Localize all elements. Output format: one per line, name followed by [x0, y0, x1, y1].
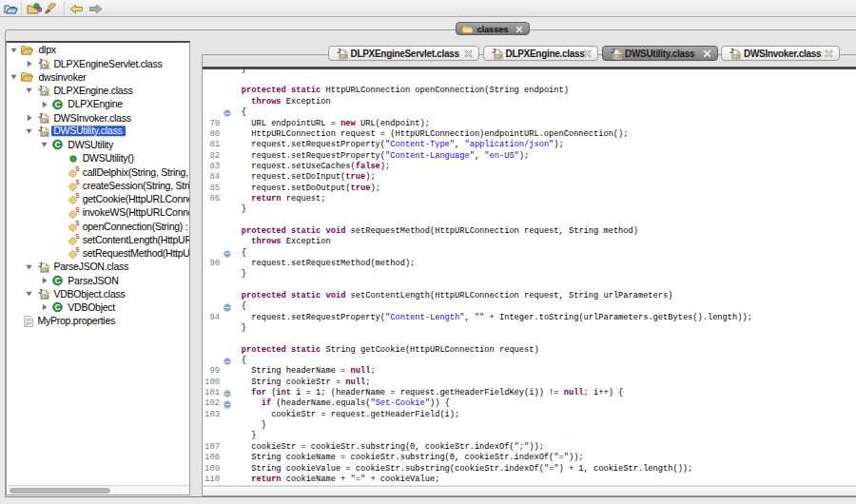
svg-text:010: 010 [340, 54, 347, 59]
svg-text:C: C [54, 100, 60, 109]
svg-text:010: 010 [41, 91, 49, 96]
svg-text:010: 010 [41, 295, 49, 300]
svg-text:010: 010 [41, 64, 49, 68]
svg-text:010: 010 [495, 54, 502, 59]
svg-text:C: C [54, 276, 60, 285]
svg-text:010: 010 [613, 54, 621, 59]
svg-text:S: S [75, 207, 80, 213]
svg-text:S: S [75, 166, 80, 172]
svg-text:C: C [54, 302, 60, 312]
svg-text:C: C [54, 140, 60, 149]
svg-text:S: S [75, 234, 80, 240]
svg-text:S: S [75, 221, 80, 226]
svg-text:010: 010 [732, 54, 740, 59]
svg-text:010: 010 [41, 118, 49, 123]
svg-text:S: S [75, 180, 80, 185]
svg-text:010: 010 [41, 267, 49, 272]
svg-text:010: 010 [41, 132, 49, 137]
svg-text:S: S [75, 193, 80, 199]
svg-text:S: S [75, 247, 80, 253]
